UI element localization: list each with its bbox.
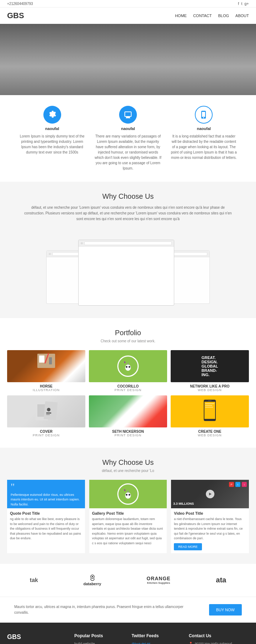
svg-rect-3	[49, 357, 52, 364]
feature-item-1: naoufal Lorem Ipsum is simply dummy text…	[18, 106, 86, 171]
unicorn-logo-2	[117, 483, 139, 505]
browser-url-2	[84, 242, 172, 245]
gallery-card-title: Gallery Post Title	[92, 511, 164, 515]
quote-text: Pellentesque euismod dolor risus, eu ult…	[11, 493, 81, 507]
portfolio-cat-seth: PRINT DESIGN	[89, 433, 167, 437]
twitter-icon[interactable]: t	[241, 1, 242, 6]
read-more-button[interactable]: READ MORE	[174, 543, 202, 550]
portfolio-item-horse[interactable]: HORSE ILLUSTRATION	[7, 350, 85, 392]
why2-subtitle: dé‌faut, et une recherche pour 'Lo	[7, 469, 249, 473]
portfolio-cat-network: WEB DESIGN	[171, 388, 249, 392]
twitter-icon-2: t	[235, 482, 240, 487]
nav-home[interactable]: HOME	[175, 14, 187, 18]
facebook-icon[interactable]: f	[238, 1, 239, 6]
svg-rect-16	[208, 400, 212, 401]
logo-tak: tak	[30, 577, 38, 583]
video-card: P t i 3.3 MILLIONS Video Post Title a ni…	[171, 480, 249, 553]
browser-mockups	[39, 240, 217, 307]
portfolio-item-cocorillo[interactable]: COCORILLO PRINT DESIGN	[89, 350, 167, 392]
site-logo[interactable]: GBS	[7, 11, 24, 20]
portfolio-img-cover	[7, 395, 85, 427]
cover-image	[34, 399, 59, 424]
portfolio-cat-createone: WEB DESIGN	[171, 433, 249, 437]
cta-bar: Mauris tortor arcu, ultrices at magna in…	[0, 597, 256, 623]
svg-point-22	[126, 494, 127, 496]
svg-rect-13	[46, 414, 50, 415]
nav-blog[interactable]: BLOG	[218, 14, 229, 18]
top-bar: +212604409793 f t g+	[0, 0, 256, 7]
why-choose-section: Why Choose Us dé‌faut, et une recherche …	[0, 182, 256, 233]
feature-icon-1	[43, 106, 61, 124]
play-button[interactable]	[206, 490, 214, 498]
svg-marker-24	[209, 493, 212, 495]
browser-dot	[49, 253, 51, 255]
svg-rect-17	[205, 403, 214, 404]
hero-overlay	[0, 24, 256, 95]
footer-tweet-1: @kwit dtd dd	[132, 642, 182, 644]
svg-rect-15	[204, 402, 215, 419]
play-icon	[208, 492, 212, 496]
portfolio-title-seth: SETH NICKERSON	[89, 430, 167, 433]
svg-point-6	[126, 366, 128, 368]
svg-point-11	[47, 408, 50, 411]
databerry-text: databerry	[84, 582, 101, 586]
feature-name-2: naoufal	[94, 126, 162, 131]
footer-address-text: 90200 Hay Hafiz Aglreoud benigaalguc aga…	[195, 642, 236, 644]
unicorn-icon-2	[122, 488, 134, 500]
instagram-icon: i	[242, 482, 247, 487]
portfolio-img-createone	[171, 395, 249, 427]
footer-post-1: build website de qeuet quelpu	[74, 642, 124, 644]
svg-point-23	[128, 494, 130, 496]
video-card-title: Video Post Title	[174, 511, 246, 515]
browser-bar-center	[79, 240, 174, 246]
video-content: P t i 3.3 MILLIONS	[171, 480, 249, 508]
portfolio-item-network[interactable]: GREAT.DESIGN.GLOBALBRAND-ING. NETWORK LI…	[171, 350, 249, 392]
video-card-text: a niet d'embarrassant caché dans le text…	[174, 517, 246, 541]
portfolio-subtitle: Check out some of our latest work.	[7, 339, 249, 343]
portfolio-item-createone[interactable]: CREATE ONE WEB DESIGN	[171, 395, 249, 437]
svg-rect-19	[205, 407, 213, 407]
mobile-icon	[199, 110, 208, 119]
footer-popular-posts: Popular Posts build website de qeuet que…	[74, 633, 124, 644]
pinterest-icon: P	[229, 482, 234, 487]
footer-tweet-1-user[interactable]: @kwit dtd dd	[132, 642, 150, 644]
video-card-body: Video Post Title a niet d'embarrassant c…	[171, 508, 249, 553]
logo-tak-text: tak	[30, 577, 38, 583]
location-icon: 📍	[189, 642, 193, 644]
network-text: GREAT.DESIGN.GLOBALBRAND-ING.	[200, 354, 219, 378]
portfolio-cat-horse: ILLUSTRATION	[7, 388, 85, 392]
portfolio-item-cover[interactable]: COVER PRINT DESIGN	[7, 395, 85, 437]
feature-item-2: naoufal There are many variations of pas…	[94, 106, 162, 171]
browser-mockup-section	[0, 233, 256, 318]
svg-point-21	[125, 492, 131, 499]
portfolio-item-seth[interactable]: SETH NICKERSON PRINT DESIGN	[89, 395, 167, 437]
monitor-icon	[124, 110, 132, 119]
svg-rect-1	[39, 355, 44, 363]
horse-image	[36, 350, 57, 372]
video-stats: 3.3 MILLIONS	[173, 502, 194, 505]
why-title: Why Choose Us	[21, 192, 235, 201]
why-text: dé‌faut, et une recherche pour 'Lorem ip…	[21, 205, 235, 222]
why2-grid: " Pellentesque euismod dolor risus, eu u…	[7, 480, 249, 553]
logo-databerry: databerry	[84, 575, 101, 586]
portfolio-img-horse	[7, 350, 85, 382]
portfolio-cat-cover: PRINT DESIGN	[7, 433, 85, 437]
hero-section	[0, 24, 256, 95]
nav-about[interactable]: ABOUT	[235, 14, 249, 18]
portfolio-grid: HORSE ILLUSTRATION COCORILLO PRINT	[7, 350, 249, 437]
logo-ata: ata	[216, 576, 226, 584]
unicorn-icon	[122, 360, 134, 373]
settings-icon	[48, 110, 57, 119]
buy-now-button[interactable]: BUY NOW	[209, 604, 242, 616]
portfolio-title-cover: COVER	[7, 430, 85, 433]
phone-mockup	[201, 399, 219, 424]
feature-name-1: naoufal	[18, 126, 86, 131]
nav-contact[interactable]: CONTACT	[193, 14, 212, 18]
quote-card-image: " Pellentesque euismod dolor risus, eu u…	[7, 480, 85, 508]
orange-subtext: Kitchen Supplies	[146, 581, 170, 585]
googleplus-icon[interactable]: g+	[244, 1, 249, 6]
phone-number: +212604409793	[7, 2, 33, 6]
svg-point-7	[129, 366, 130, 368]
databerry-icon	[89, 575, 96, 582]
quote-content: " Pellentesque euismod dolor risus, eu u…	[7, 478, 85, 511]
